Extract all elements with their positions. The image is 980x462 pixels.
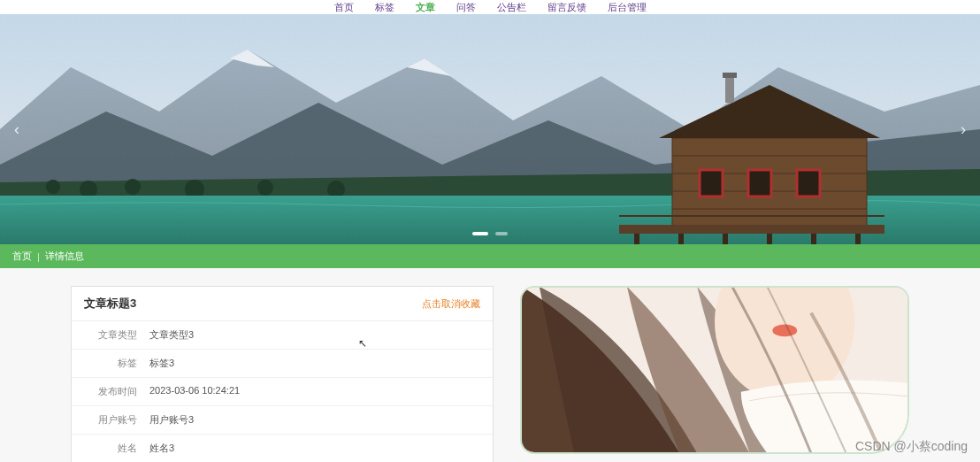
detail-label: 用户账号 bbox=[84, 413, 137, 427]
top-nav: 首页 标签 文章 问答 公告栏 留言反馈 后台管理 bbox=[0, 0, 980, 14]
nav-bulletin[interactable]: 公告栏 bbox=[497, 1, 526, 14]
cursor-icon: ↖ bbox=[358, 337, 367, 350]
detail-label: 发布时间 bbox=[84, 385, 137, 398]
detail-label: 姓名 bbox=[84, 442, 137, 455]
svg-rect-16 bbox=[699, 169, 724, 197]
detail-row-account: 用户账号 用户账号3 bbox=[72, 406, 493, 435]
content-area: 文章标题3 点击取消收藏 文章类型 文章类型3 标签 标签3 发布时间 2023… bbox=[0, 268, 980, 462]
favorite-toggle-button[interactable]: 点击取消收藏 bbox=[422, 297, 480, 311]
carousel-next-button[interactable]: › bbox=[952, 112, 975, 148]
nav-tags[interactable]: 标签 bbox=[375, 1, 394, 14]
carousel-prev-button[interactable]: ‹ bbox=[5, 112, 28, 148]
breadcrumb-home[interactable]: 首页 bbox=[12, 250, 32, 263]
detail-label: 文章类型 bbox=[84, 328, 137, 342]
breadcrumb: 首页 | 详情信息 bbox=[0, 244, 980, 268]
hero-carousel: ‹ › bbox=[0, 14, 980, 244]
detail-row-name: 姓名 姓名3 bbox=[72, 435, 493, 462]
carousel-indicators bbox=[472, 232, 508, 235]
detail-value: 2023-03-06 10:24:21 bbox=[149, 385, 240, 398]
detail-value: 姓名3 bbox=[149, 442, 174, 455]
detail-row-type: 文章类型 文章类型3 bbox=[72, 321, 493, 350]
article-detail-panel: 文章标题3 点击取消收藏 文章类型 文章类型3 标签 标签3 发布时间 2023… bbox=[71, 286, 494, 462]
svg-point-3 bbox=[125, 179, 141, 195]
svg-point-1 bbox=[46, 180, 60, 194]
nav-articles[interactable]: 文章 bbox=[416, 1, 435, 14]
svg-rect-20 bbox=[796, 169, 821, 197]
breadcrumb-separator: | bbox=[37, 251, 40, 262]
article-title: 文章标题3 bbox=[84, 296, 136, 312]
detail-value: 标签3 bbox=[149, 357, 174, 370]
hero-image bbox=[0, 14, 980, 244]
svg-rect-14 bbox=[725, 76, 734, 103]
svg-point-5 bbox=[257, 180, 273, 196]
profile-card bbox=[520, 286, 909, 462]
carousel-dot[interactable] bbox=[472, 232, 488, 235]
nav-admin[interactable]: 后台管理 bbox=[608, 1, 647, 14]
nav-feedback[interactable]: 留言反馈 bbox=[547, 1, 586, 14]
carousel-dot[interactable] bbox=[495, 232, 508, 235]
svg-rect-15 bbox=[723, 73, 737, 78]
nav-qa[interactable]: 问答 bbox=[456, 1, 476, 14]
detail-row-tag: 标签 标签3 bbox=[72, 350, 493, 378]
svg-point-32 bbox=[772, 324, 797, 336]
detail-label: 标签 bbox=[84, 357, 137, 370]
nav-home[interactable]: 首页 bbox=[334, 1, 354, 14]
detail-value: 用户账号3 bbox=[149, 413, 194, 427]
panel-header: 文章标题3 点击取消收藏 bbox=[72, 287, 493, 321]
detail-row-date: 发布时间 2023-03-06 10:24:21 bbox=[72, 378, 493, 406]
svg-rect-22 bbox=[619, 225, 884, 234]
profile-image bbox=[520, 286, 909, 454]
svg-rect-18 bbox=[747, 169, 772, 197]
breadcrumb-current: 详情信息 bbox=[45, 250, 84, 263]
detail-value: 文章类型3 bbox=[149, 328, 194, 342]
